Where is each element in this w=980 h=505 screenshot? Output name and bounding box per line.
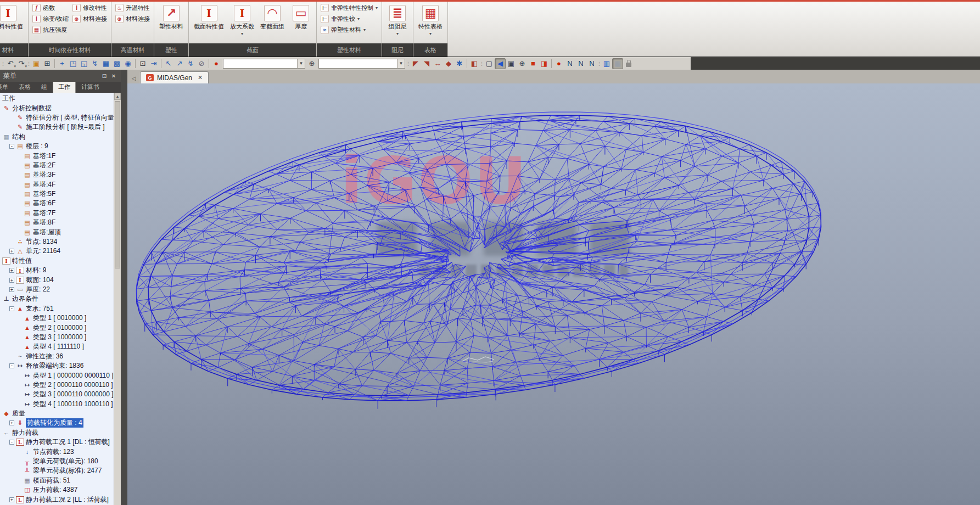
tree-item[interactable]: 工作 [1,94,121,103]
dropdown-arrow-icon[interactable]: ▾ [241,32,243,36]
ribbon-group[interactable]: ≣组阻尼▾阻尼 [382,2,413,57]
ribbon-group-content[interactable]: ≣组阻尼▾ [382,2,413,43]
expand-plus-icon[interactable]: + [9,420,14,425]
unselect-window-icon[interactable]: ◱ [79,58,89,69]
tab-scroll-left-icon[interactable]: ◁ [130,74,138,82]
tree-item[interactable]: ↦类型 2 [ 0000110 0000110 ] [1,380,121,390]
ribbon-group[interactable]: ♨升温特性⊕材料连接高温材料 [111,2,154,57]
redo-button[interactable]: ↷▾ [16,58,27,69]
ribbon-button[interactable]: I材料特性值 [0,3,25,32]
ribbon-small-button[interactable]: ⊕材料连接 [114,14,151,24]
grid-toggle-icon[interactable]: ▦ [612,58,623,69]
tree-item[interactable]: ╨梁单元荷载(标准): 2477 [1,466,121,475]
tree-item[interactable]: ▲类型 2 [ 0100000 ] [1,323,121,332]
ribbon-group-content[interactable]: ƒ函数I徐变/收缩▦抗压强度I修改特性⊕材料连接 [29,2,111,43]
tree-item[interactable]: ▤基塔:5F [1,189,121,199]
ribbon-button[interactable]: ▦特性表格▾ [416,3,445,38]
node-number-icon[interactable]: N [564,58,575,69]
tree-item[interactable]: ↦类型 3 [ 0000110 0000000 ] [1,390,121,399]
ribbon-group[interactable]: ↗塑性材料塑性 [154,2,189,57]
dropdown-arrow-icon[interactable]: ▾ [396,32,399,36]
burst-icon[interactable]: ✱ [454,58,465,69]
tree-item[interactable]: ◆质量 [1,409,121,418]
tree-item[interactable]: ▤基塔:2F [1,161,121,170]
ribbon-group-content[interactable]: ▦特性表格▾ [413,2,447,43]
ribbon-button[interactable]: ▭厚度 [288,3,313,32]
pick-element-icon[interactable]: ↗ [174,58,185,69]
tree-item[interactable]: I特性值 [1,256,121,266]
select-recent-icon[interactable]: ◉ [122,58,133,69]
tree-item[interactable]: -L静力荷载工况 1 [DL : 恒荷载] [1,437,121,447]
ribbon-button[interactable]: ↗塑性材料 [157,3,186,32]
tree-item[interactable]: ✎分析控制数据 [1,103,121,113]
dropdown-arrow-icon[interactable]: ▾ [363,28,366,32]
ribbon-small-button[interactable]: ƒ函数 [31,3,70,13]
perspective-icon[interactable]: ⊕ [517,58,528,69]
tree-item[interactable]: ←静力荷载 [1,428,121,437]
model-view[interactable]: iGOU [127,83,980,505]
expand-plus-icon[interactable]: + [9,287,14,292]
tree-item[interactable]: +I材料: 9 [1,266,121,275]
ribbon-column[interactable]: ⊢非弹性特性控制▾⊢非弹性铰▾≈弹塑性材料▾ [320,3,379,35]
tree-item[interactable]: ▤基塔:1F [1,151,121,160]
shrink-icon[interactable]: ■ [528,58,539,69]
scrollbar-thumb[interactable] [115,101,120,268]
name-pen-icon[interactable]: N [586,58,597,69]
tree-item[interactable]: ▦楼面荷载: 51 [1,476,121,485]
tree-item[interactable]: ⊥边界条件 [1,294,121,304]
combo-dropdown-icon[interactable]: ▼ [297,59,305,68]
plane-select-a-icon[interactable]: ◤ [410,58,421,69]
tree-item[interactable]: ▤基塔:7F [1,209,121,218]
select-polyline-icon[interactable]: ↯ [89,58,100,69]
ribbon-group-content[interactable]: I材料特性值 [0,2,28,43]
ribbon-group-content[interactable]: ♨升温特性⊕材料连接 [111,2,154,43]
activate-icon[interactable]: ⊡ [137,58,148,69]
select-identity-icon[interactable]: + [57,58,68,69]
dashed-window-icon[interactable]: ▢ [484,58,495,69]
coordinate-combo[interactable]: ▼ [318,59,405,69]
dropdown-arrow-icon[interactable]: ▾ [376,6,378,10]
ribbon-group[interactable]: I截面特性值I放大系数▾◠变截面组▭厚度截面 [189,2,317,57]
pick-none-icon[interactable]: ⊘ [196,58,207,69]
tree-item[interactable]: ▤基塔:8F [1,218,121,227]
select-window-icon[interactable]: ◳ [68,58,79,69]
tree-item[interactable]: +L静力荷载工况 2 [LL : 活荷载] [1,495,121,504]
expand-minus-icon[interactable]: - [9,306,14,311]
ribbon-small-button[interactable]: ⊕材料连接 [71,14,108,24]
tab-工作[interactable]: 工作 [53,82,76,93]
tree-item[interactable]: ▲类型 3 [ 1000000 ] [1,333,121,342]
named-selection-combo[interactable]: ▼ [223,59,305,69]
ribbon-group[interactable]: ƒ函数I徐变/收缩▦抗压强度I修改特性⊕材料连接时间依存性材料 [29,2,111,57]
stretch-icon[interactable]: ↔ [432,58,443,69]
model-tab[interactable]: G MIDAS/Gen ✕ [140,71,209,83]
tree-item[interactable]: ↓节点荷载: 123 [1,447,121,456]
tree-item[interactable]: ▦结构 [1,132,121,142]
submodel-icon[interactable]: ▣ [31,58,42,69]
select-plane-icon[interactable]: ▦ [100,58,111,69]
ribbon-column[interactable]: I修改特性⊕材料连接 [71,3,108,24]
expand-plus-icon[interactable]: + [9,268,14,273]
polygon-select-icon[interactable]: ◆ [443,58,454,69]
element-number-icon[interactable]: N [575,58,586,69]
tree-item[interactable]: +▭厚度: 22 [1,285,121,294]
tab-菜单[interactable]: 菜单 [0,82,13,93]
shrink-arrow-icon[interactable]: ◨ [539,58,550,69]
tree-item[interactable]: ▲类型 4 [ 1111110 ] [1,342,121,351]
tree-item[interactable]: ~弹性连接: 36 [1,352,121,361]
expand-plus-icon[interactable]: + [9,497,14,502]
dropdown-arrow-icon[interactable]: ▾ [357,17,360,21]
expand-minus-icon[interactable]: - [9,440,14,445]
model-wireframe-canvas[interactable] [127,83,980,505]
ribbon-group-content[interactable]: ↗塑性材料 [154,2,188,43]
tree-item[interactable]: ↦类型 4 [ 1000110 1000110 ] [1,400,121,409]
ribbon-button[interactable]: I放大系数▾ [228,3,256,38]
worktree-icon[interactable]: ⊞ [42,58,53,69]
ribbon-small-button[interactable]: I修改特性 [71,3,108,13]
plane-select-b-icon[interactable]: ◥ [421,58,432,69]
node-dot-icon[interactable]: ● [553,58,564,69]
tree-item[interactable]: ∴节点: 8134 [1,237,121,246]
tab-close-icon[interactable]: ✕ [198,74,203,81]
tree-item[interactable]: ▤基塔:屋顶 [1,227,121,237]
ribbon-group-content[interactable]: ⊢非弹性特性控制▾⊢非弹性铰▾≈弹塑性材料▾ [317,2,382,43]
hidden-view-icon[interactable]: ▣ [506,58,517,69]
